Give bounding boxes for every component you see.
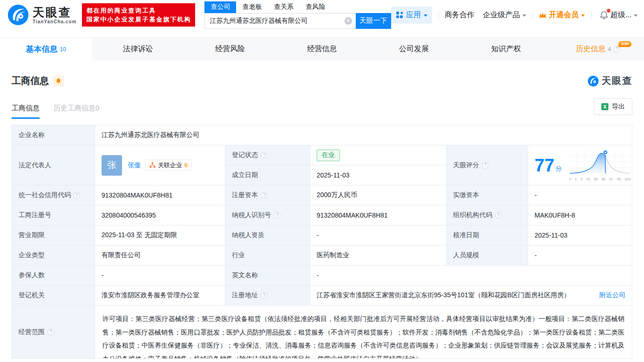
legal-rep-name-link[interactable]: 张傲 (128, 161, 141, 170)
apps-menu-button[interactable]: 应用 (391, 7, 432, 24)
watermark-brand: 天眼查 (602, 75, 632, 87)
search-tab-boss[interactable]: 查老板 (236, 1, 268, 13)
insured-staff-label: 参保人数 (12, 266, 95, 286)
clear-search-icon[interactable]: ✕ (345, 17, 352, 25)
excel-icon (601, 103, 609, 110)
nav-enterprise-label: 企业级产品 (483, 10, 520, 20)
search-tab-relation[interactable]: 查关系 (268, 1, 299, 13)
tianyancha-watermark: 天眼查 (588, 75, 632, 87)
score-chart-tick: 1 (575, 177, 576, 181)
top-nav: 应用 商务合作 企业级产品 开通会员 (391, 7, 637, 24)
section-header: 工商信息 天眼查 (12, 75, 632, 87)
brand-name: 天眼查 (33, 6, 76, 18)
industry-label: 行业 (225, 246, 310, 266)
search-area: 查公司 查老板 查关系 查风险 ✕ 天眼一下 (204, 1, 391, 29)
search-tab-risk[interactable]: 查风险 (299, 1, 331, 13)
establish-date-value: 2025-11-03 (310, 165, 447, 185)
staff-size-label: 人员规模 (447, 246, 528, 266)
reg-authority-label: 登记机关 (12, 286, 95, 306)
score-chart-tick: 85 (601, 177, 605, 181)
industry-value: 医药制造业 (310, 246, 447, 266)
tianyancha-company-page: 天眼查 TianYanCha.com 都在用的商业查询工具 国家中小企业发展子基… (0, 0, 644, 362)
apps-menu-label: 应用 (406, 10, 421, 20)
tab-basic-info[interactable]: 基本信息 10 (0, 38, 92, 61)
paid-capital-label: 实缴资本 (447, 185, 528, 205)
related-companies-count: 6 (184, 162, 188, 169)
score-chart-ticks: 0131550859799100 (569, 177, 630, 181)
score-curve-chart (569, 149, 630, 175)
notification-bell-icon[interactable] (599, 10, 609, 20)
business-term-label: 营业期限 (12, 225, 95, 246)
tianyancha-logo-icon (588, 75, 599, 87)
nav-enterprise-products[interactable]: 企业级产品 (483, 10, 526, 20)
taxpayer-quality-value: - (310, 225, 447, 246)
taxpayer-quality-label: 纳税人资质 (225, 225, 310, 246)
nav-open-vip[interactable]: 开通会员 (539, 10, 585, 20)
reg-address-value: 江苏省淮安市淮阴区王家营街道北京东街95-35号101室（颐和花园B区门面房社区… (317, 291, 570, 300)
help-icon[interactable]: ? (274, 212, 280, 219)
tab-company-development[interactable]: 公司发展 (368, 38, 460, 61)
tab-label: 法律诉讼 (123, 44, 153, 54)
slogan-banner: 都在用的商业查询工具 国家中小企业发展子基金旗下机构 (82, 3, 195, 27)
nearby-companies-link[interactable]: 附近公司 (599, 291, 625, 300)
help-icon[interactable]: ? (482, 162, 488, 169)
help-icon[interactable]: ? (495, 212, 502, 219)
score-label: 天眼评分 ? (447, 145, 528, 185)
export-button[interactable]: 导出 (594, 98, 632, 115)
paid-capital-value: - (528, 185, 632, 205)
subscribe-bell-icon[interactable] (53, 75, 64, 87)
business-scope-label: 经营范围 ? (12, 306, 95, 359)
tab-label: 基本信息 (26, 44, 58, 55)
divider (532, 12, 533, 19)
status-badge: 在业 (317, 150, 340, 161)
nav-user-menu[interactable]: 超级... (610, 10, 637, 20)
subtab-history-business-info[interactable]: 历史工商信息0 (54, 104, 99, 119)
help-icon[interactable]: ? (47, 329, 54, 335)
reg-authority-value: 淮安市淮阴区政务服务管理办公室 (95, 286, 225, 306)
tab-history-info[interactable]: VIP 历史信息 4 ? (552, 38, 644, 61)
divider (438, 12, 439, 19)
user-name-label: 超级... (610, 10, 631, 20)
search-input[interactable] (210, 17, 344, 25)
vip-crown-icon (539, 12, 547, 19)
tab-operation-risk[interactable]: 经营风险 (184, 38, 276, 61)
legal-rep-avatar[interactable]: 张 (102, 155, 122, 176)
related-companies-badge[interactable]: 关联企业 6 (145, 159, 192, 171)
company-name-label: 企业名称 (12, 125, 95, 145)
tab-legal-proceedings[interactable]: 法律诉讼 (92, 38, 184, 61)
tab-count: 4 (608, 46, 611, 53)
score-unit: 分 (556, 164, 562, 173)
nav-cooperation-label: 商务合作 (445, 10, 475, 20)
business-info-table: 企业名称 江苏九州通苏北医疗器械有限公司 法定代表人 张 张傲 关联企业 6 (12, 125, 632, 359)
tab-label: 知识产权 (491, 44, 521, 54)
nav-business-cooperation[interactable]: 商务合作 (445, 10, 475, 20)
help-icon[interactable]: ? (261, 192, 267, 198)
score-value: 77 (535, 157, 554, 174)
apps-grid-icon (396, 11, 403, 19)
search-tabs: 查公司 查老板 查关系 查风险 (204, 1, 391, 13)
english-name-label: 英文名称 (225, 266, 310, 286)
legal-rep-cell: 张 张傲 关联企业 6 (95, 145, 225, 185)
search-button[interactable]: 天眼一下 (356, 13, 391, 29)
tab-intellectual-property[interactable]: 知识产权 (460, 38, 552, 61)
section-title: 工商信息 (12, 75, 49, 87)
taxpayer-id-value: 91320804MAK0UF8H81 (310, 205, 447, 225)
help-icon[interactable]: ? (261, 292, 267, 299)
tianyancha-logo[interactable]: 天眼查 TianYanCha.com (7, 4, 76, 26)
reg-status-label: 登记状态 ? (225, 145, 310, 165)
reg-address-label: 注册地址 ? (225, 286, 310, 306)
english-name-value: - (310, 266, 632, 286)
reg-number-label: 工商注册号 (12, 205, 95, 225)
help-icon[interactable]: ? (261, 152, 267, 158)
score-chart-tick: 100 (624, 177, 630, 181)
tab-operation-info[interactable]: 经营信息 (276, 38, 368, 61)
brand-domain: TianYanCha.com (33, 19, 76, 24)
help-icon[interactable]: ? (74, 192, 80, 198)
company-type-label: 企业类型 (12, 246, 95, 266)
search-tab-company[interactable]: 查公司 (204, 1, 236, 13)
export-label: 导出 (612, 102, 625, 111)
subtab-business-info[interactable]: 工商信息 (12, 104, 40, 119)
org-structure-icon (149, 162, 156, 168)
score-cell[interactable]: 77 分 (528, 145, 632, 185)
company-name-value: 江苏九州通苏北医疗器械有限公司 (95, 125, 632, 145)
